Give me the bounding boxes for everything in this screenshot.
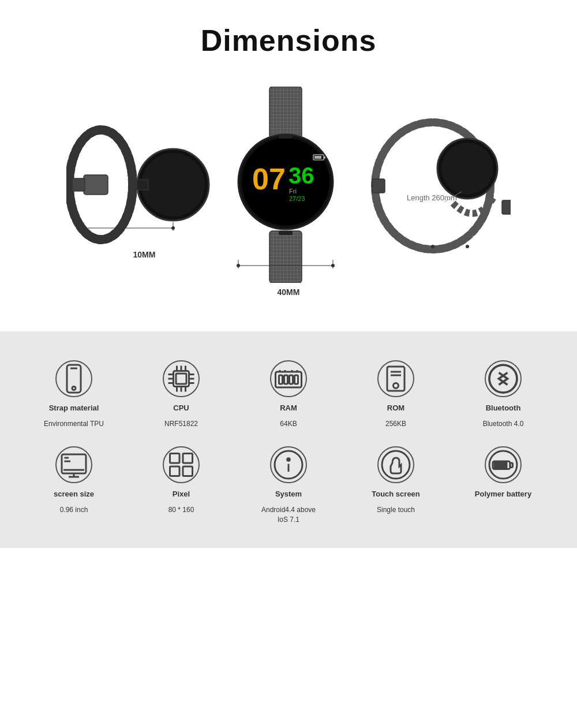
svg-rect-12 (269, 231, 302, 283)
spec-icon-ram (270, 360, 307, 397)
svg-rect-60 (284, 375, 288, 384)
spec-label-strap: Strap material (49, 403, 99, 413)
watch-right-view: Length 260mm (355, 111, 511, 272)
svg-rect-89 (494, 462, 498, 468)
center-dim-label: 40MM (278, 288, 300, 297)
watch-right-svg: Length 260mm (355, 111, 511, 272)
spec-item-bluetooth: BluetoothBluetooth 4.0 (452, 360, 554, 429)
svg-rect-21 (324, 156, 325, 159)
spec-value-screen_size: 0.96 inch (60, 505, 88, 515)
svg-rect-81 (183, 466, 193, 476)
svg-rect-5 (137, 180, 148, 190)
left-dim-label: 10MM (133, 250, 156, 259)
svg-rect-45 (176, 374, 186, 384)
svg-text:36: 36 (288, 163, 314, 188)
spec-item-system: SystemAndroid4.4 above IoS 7.1 (238, 446, 339, 525)
svg-rect-88 (510, 463, 513, 468)
spec-icon-cpu (163, 360, 200, 397)
spec-label-pixel: Pixel (173, 489, 190, 499)
svg-rect-80 (170, 466, 180, 476)
spec-label-bluetooth: Bluetooth (486, 403, 521, 413)
spec-label-ram: RAM (280, 403, 297, 413)
spec-item-strap: Strap materialEnvironmental TPU (23, 360, 125, 429)
svg-point-37 (431, 245, 434, 248)
svg-rect-1 (84, 175, 108, 195)
spec-label-rom: ROM (387, 403, 404, 413)
svg-point-4 (141, 153, 205, 216)
spec-item-touch: Touch screenSingle touch (345, 446, 447, 525)
spec-value-strap: Environmental TPU (44, 419, 104, 429)
svg-rect-59 (279, 375, 283, 384)
left-dimension: 10MM (128, 250, 156, 259)
spec-label-touch: Touch screen (372, 489, 420, 499)
watch-center-svg: 07 36 Fri 27/23 (228, 87, 343, 283)
spec-icon-touch (377, 446, 414, 483)
svg-rect-78 (170, 453, 180, 463)
spec-value-cpu: NRF51822 (164, 419, 198, 429)
svg-rect-91 (503, 462, 507, 468)
spec-icon-screen_size (55, 446, 92, 483)
svg-rect-31 (279, 231, 293, 235)
specs-grid: Strap materialEnvironmental TPU CPUNRF51… (23, 360, 554, 525)
svg-rect-90 (499, 462, 503, 468)
svg-text:27/23: 27/23 (289, 195, 305, 202)
svg-text:Length  260mm: Length 260mm (407, 193, 457, 202)
page-title: Dimensions (201, 23, 377, 58)
svg-rect-67 (387, 367, 404, 391)
top-section: Dimensions (0, 0, 577, 331)
spec-icon-battery (485, 446, 522, 483)
center-dimension: 40MM (272, 288, 300, 297)
svg-point-83 (287, 458, 290, 461)
svg-point-71 (489, 365, 517, 393)
spec-label-cpu: CPU (173, 403, 189, 413)
spec-icon-system (270, 446, 307, 483)
spec-label-battery: Polymer battery (475, 489, 531, 499)
spec-item-rom: ROM256KB (345, 360, 447, 429)
spec-value-rom: 256KB (385, 419, 406, 429)
spec-item-pixel: Pixel80 * 160 (130, 446, 232, 525)
spec-icon-pixel (163, 446, 200, 483)
watch-left-view: 10MM (66, 124, 216, 259)
svg-point-34 (441, 143, 493, 195)
svg-rect-2 (72, 178, 85, 191)
spec-value-system: Android4.4 above IoS 7.1 (261, 505, 316, 525)
svg-point-38 (466, 245, 469, 248)
spec-item-battery: Polymer battery (452, 446, 554, 525)
bottom-section: Strap materialEnvironmental TPU CPUNRF51… (0, 331, 577, 548)
spec-item-screen_size: screen size0.96 inch (23, 446, 125, 525)
watch-center-view: 07 36 Fri 27/23 (228, 87, 343, 297)
spec-icon-bluetooth (485, 360, 522, 397)
svg-rect-36 (502, 200, 511, 214)
spec-value-ram: 64KB (280, 419, 297, 429)
svg-rect-35 (372, 179, 385, 193)
spec-value-bluetooth: Bluetooth 4.0 (483, 419, 524, 429)
spec-label-system: System (275, 489, 302, 499)
spec-value-pixel: 80 * 160 (168, 505, 194, 515)
svg-point-42 (72, 387, 76, 390)
spec-icon-strap (55, 360, 92, 397)
svg-rect-22 (314, 156, 321, 159)
spec-item-ram: RAM64KB (238, 360, 339, 429)
watch-left-svg (66, 124, 216, 245)
spec-label-screen_size: screen size (54, 489, 94, 499)
spec-icon-rom (377, 360, 414, 397)
svg-rect-62 (295, 375, 298, 384)
svg-point-85 (382, 451, 410, 479)
svg-text:07: 07 (252, 162, 286, 196)
spec-item-cpu: CPUNRF51822 (130, 360, 232, 429)
svg-rect-11 (269, 87, 302, 139)
svg-text:Fri: Fri (289, 188, 297, 195)
spec-value-touch: Single touch (377, 505, 415, 515)
svg-rect-79 (183, 453, 193, 463)
svg-rect-61 (290, 375, 293, 384)
svg-rect-30 (279, 135, 293, 139)
svg-point-68 (394, 383, 399, 389)
watch-views: 10MM (12, 87, 565, 297)
